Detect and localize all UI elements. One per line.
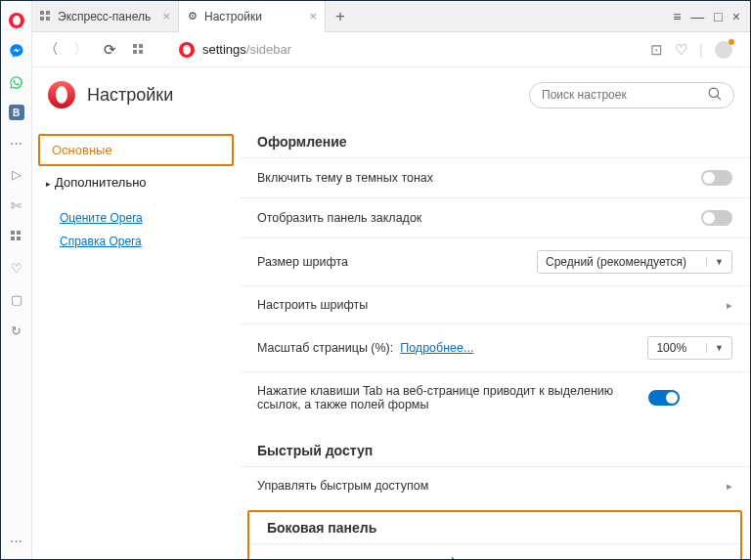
setting-label: Масштаб страницы (%): Подробнее... (257, 341, 647, 355)
tab-settings[interactable]: ⚙ Настройки × (179, 1, 326, 32)
personal-news-icon[interactable]: ▷ (8, 165, 25, 183)
address-host: settings (202, 42, 246, 57)
forward-button[interactable]: 〉 (69, 39, 91, 61)
section-appearance-title: Оформление (240, 122, 750, 157)
nav-advanced[interactable]: ▸Дополнительно (32, 166, 240, 198)
settings-content: Оформление Включить тему в темных тонах … (240, 122, 750, 559)
profile-avatar[interactable] (715, 41, 732, 59)
tabs-icon[interactable]: ▢ (8, 290, 25, 308)
setting-label: Нажатие клавиши Tab на веб-странице прив… (257, 384, 648, 411)
setting-tab-highlight[interactable]: Нажатие клавиши Tab на веб-странице прив… (240, 371, 750, 423)
toggle-off[interactable] (701, 210, 732, 226)
chevron-down-icon: ▼ (706, 343, 724, 353)
speed-dial-nav-icon[interactable] (128, 39, 150, 61)
rate-opera-link[interactable]: Оцените Opera (60, 206, 240, 230)
gear-icon: ⚙ (187, 11, 199, 22)
page-title: Настройки (87, 85, 173, 106)
reload-button[interactable]: ⟳ (99, 39, 120, 61)
address-text[interactable]: settings/sidebar (202, 42, 291, 57)
speed-dial-icon[interactable] (8, 228, 25, 245)
tab-bar: Экспресс-панель × ⚙ Настройки × + ≡ — □ … (32, 1, 750, 32)
select-value: 100% (656, 341, 686, 355)
chevron-right-icon: ▸ (727, 480, 732, 493)
toggle-off[interactable] (701, 170, 732, 186)
history-icon[interactable]: ↻ (8, 322, 25, 339)
tab-label: Экспресс-панель (58, 10, 151, 23)
font-size-select[interactable]: Средний (рекомендуется) ▼ (537, 250, 732, 274)
close-window-icon[interactable]: × (732, 9, 740, 24)
search-input[interactable] (542, 88, 708, 102)
setting-font-size: Размер шрифта Средний (рекомендуется) ▼ (240, 237, 750, 285)
nav-advanced-label: Дополнительно (55, 175, 147, 190)
bookmarks-icon[interactable]: ♡ (8, 259, 25, 277)
speed-dial-tab-icon (40, 11, 52, 22)
snapshot-icon[interactable]: ✄ (8, 196, 25, 214)
settings-search[interactable] (529, 82, 734, 108)
opera-url-icon (179, 42, 195, 58)
separator-dots: ⋯ (8, 134, 25, 151)
heart-icon[interactable]: ♡ (675, 41, 687, 59)
select-value: Средний (рекомендуется) (546, 255, 686, 269)
new-tab-button[interactable]: + (326, 7, 355, 26)
close-icon[interactable]: × (162, 9, 170, 23)
sidebar-section-highlight: Боковая панель Управление боковой панель… (247, 510, 742, 559)
minimize-icon[interactable]: — (690, 9, 704, 24)
vertical-sidebar: B ⋯ ▷ ✄ ♡ ▢ ↻ ⋯ (1, 1, 32, 559)
toggle-on[interactable] (648, 390, 680, 406)
arrow-right-icon: ▸ (46, 179, 51, 189)
sidebar-more-icon[interactable]: ⋯ (8, 532, 25, 549)
settings-header: Настройки (32, 67, 750, 122)
setting-label: Управление боковой панелью (267, 556, 707, 559)
setting-label: Управлять быстрым доступом (257, 479, 717, 493)
address-bar: 〈 〉 ⟳ settings/sidebar ⊡ ♡ | (32, 32, 750, 67)
opera-menu-icon[interactable] (9, 13, 24, 28)
section-sidebar-title: Боковая панель (249, 512, 740, 543)
easy-setup-icon[interactable]: ≡ (673, 9, 681, 24)
setting-manage-sidebar[interactable]: Управление боковой панелью ▸ (249, 543, 740, 559)
setting-label: Отобразить панель закладок (257, 211, 701, 225)
zoom-select[interactable]: 100% ▼ (647, 336, 732, 360)
back-button[interactable]: 〈 (40, 39, 62, 61)
opera-logo-icon (48, 81, 75, 108)
setting-label: Включить тему в темных тонах (257, 171, 701, 185)
tab-speed-dial[interactable]: Экспресс-панель × (32, 1, 179, 32)
address-path: /sidebar (246, 42, 291, 57)
help-opera-link[interactable]: Справка Opera (60, 230, 240, 253)
nav-basic[interactable]: Основные (38, 134, 234, 166)
snapshot-button-icon[interactable]: ⊡ (650, 41, 663, 59)
setting-page-zoom: Масштаб страницы (%): Подробнее... 100% … (240, 323, 750, 371)
whatsapp-icon[interactable] (8, 73, 25, 91)
setting-manage-quick-access[interactable]: Управлять быстрым доступом ▸ (240, 466, 750, 504)
setting-show-bookmarks[interactable]: Отобразить панель закладок (240, 197, 750, 237)
setting-dark-theme[interactable]: Включить тему в темных тонах (240, 157, 750, 197)
learn-more-link[interactable]: Подробнее... (400, 341, 473, 355)
setting-customize-fonts[interactable]: Настроить шрифты ▸ (240, 285, 750, 323)
search-icon (708, 87, 722, 104)
chevron-down-icon: ▼ (706, 257, 724, 267)
section-quick-access-title: Быстрый доступ (240, 423, 750, 466)
chevron-right-icon: ▸ (727, 299, 732, 312)
vk-icon[interactable]: B (9, 105, 24, 120)
maximize-icon[interactable]: □ (714, 9, 722, 24)
close-icon[interactable]: × (309, 9, 317, 23)
settings-nav: Основные ▸Дополнительно Оцените Opera Сп… (32, 122, 240, 559)
setting-label: Размер шрифта (257, 255, 537, 269)
tab-label: Настройки (204, 10, 262, 23)
setting-label: Настроить шрифты (257, 298, 717, 312)
chevron-right-icon: ▸ (717, 559, 723, 560)
messenger-icon[interactable] (8, 42, 25, 60)
